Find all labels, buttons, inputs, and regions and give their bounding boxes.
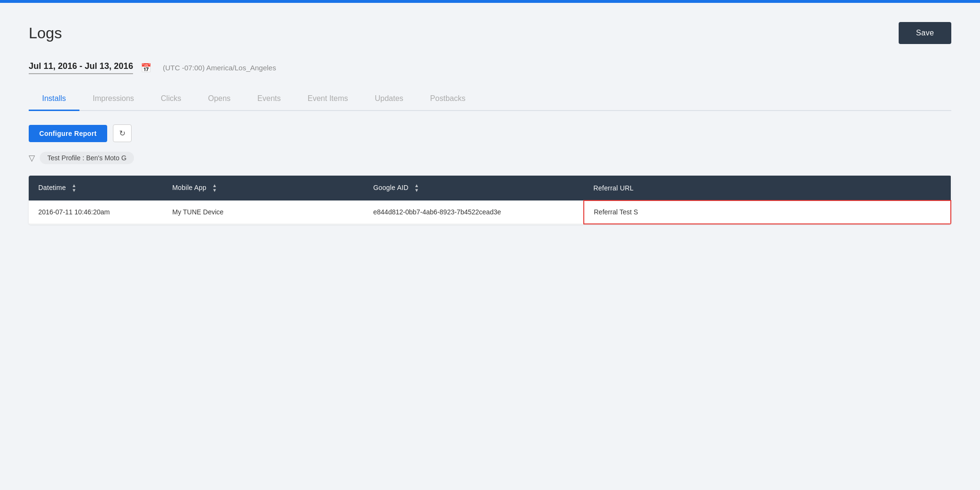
- timezone-label: (UTC -07:00) America/Los_Angeles: [163, 64, 276, 72]
- sort-icons-mobile: ▲▼: [212, 183, 217, 193]
- filter-tag[interactable]: Test Profile : Ben's Moto G: [40, 152, 134, 164]
- cell-referral-url: Referral Test S: [584, 200, 951, 224]
- sort-icons-google: ▲▼: [414, 183, 419, 193]
- tab-updates[interactable]: Updates: [361, 88, 417, 111]
- column-header-datetime[interactable]: Datetime ▲▼: [29, 176, 163, 200]
- tab-clicks[interactable]: Clicks: [147, 88, 195, 111]
- column-google-label: Google AID: [373, 184, 409, 191]
- date-range: Jul 11, 2016 - Jul 13, 2016: [29, 61, 133, 74]
- tab-events[interactable]: Events: [244, 88, 294, 111]
- tab-event-items[interactable]: Event Items: [294, 88, 361, 111]
- table-header-row: Datetime ▲▼ Mobile App ▲▼ Google AID ▲▼ …: [29, 176, 951, 200]
- column-datetime-label: Datetime: [38, 184, 66, 191]
- configure-report-button[interactable]: Configure Report: [29, 125, 107, 142]
- tab-impressions[interactable]: Impressions: [79, 88, 147, 111]
- toolbar: Configure Report ↻: [29, 124, 951, 142]
- filter-tag-label: Test Profile : Ben's Moto G: [47, 154, 126, 162]
- column-referral-label: Referral URL: [593, 184, 634, 192]
- table-body: 2016-07-11 10:46:20am My TUNE Device e84…: [29, 200, 951, 224]
- save-button[interactable]: Save: [899, 22, 951, 44]
- page-header: Logs Save: [29, 22, 951, 44]
- refresh-button[interactable]: ↻: [113, 124, 132, 142]
- tab-postbacks[interactable]: Postbacks: [417, 88, 479, 111]
- filter-row: ▽ Test Profile : Ben's Moto G: [29, 152, 951, 164]
- cell-mobile-app: My TUNE Device: [163, 200, 364, 224]
- tabs-container: Installs Impressions Clicks Opens Events…: [29, 88, 951, 111]
- calendar-icon[interactable]: 📅: [141, 63, 151, 73]
- table-container: Datetime ▲▼ Mobile App ▲▼ Google AID ▲▼ …: [29, 176, 951, 224]
- column-mobile-label: Mobile App: [172, 184, 206, 191]
- tab-opens[interactable]: Opens: [195, 88, 244, 111]
- column-header-google-aid[interactable]: Google AID ▲▼: [364, 176, 584, 200]
- table-row: 2016-07-11 10:46:20am My TUNE Device e84…: [29, 200, 951, 224]
- tab-installs[interactable]: Installs: [29, 88, 79, 111]
- refresh-icon: ↻: [119, 129, 125, 138]
- filter-icon: ▽: [29, 153, 35, 163]
- page-wrapper: Logs Save Jul 11, 2016 - Jul 13, 2016 📅 …: [0, 3, 980, 244]
- sort-icons-datetime: ▲▼: [72, 183, 77, 193]
- date-row: Jul 11, 2016 - Jul 13, 2016 📅 (UTC -07:0…: [29, 61, 951, 74]
- column-header-referral-url: Referral URL: [584, 176, 951, 200]
- column-header-mobile-app[interactable]: Mobile App ▲▼: [163, 176, 364, 200]
- cell-datetime: 2016-07-11 10:46:20am: [29, 200, 163, 224]
- page-title: Logs: [29, 24, 62, 42]
- data-table: Datetime ▲▼ Mobile App ▲▼ Google AID ▲▼ …: [29, 176, 951, 224]
- cell-google-aid: e844d812-0bb7-4ab6-8923-7b4522cead3e: [364, 200, 584, 224]
